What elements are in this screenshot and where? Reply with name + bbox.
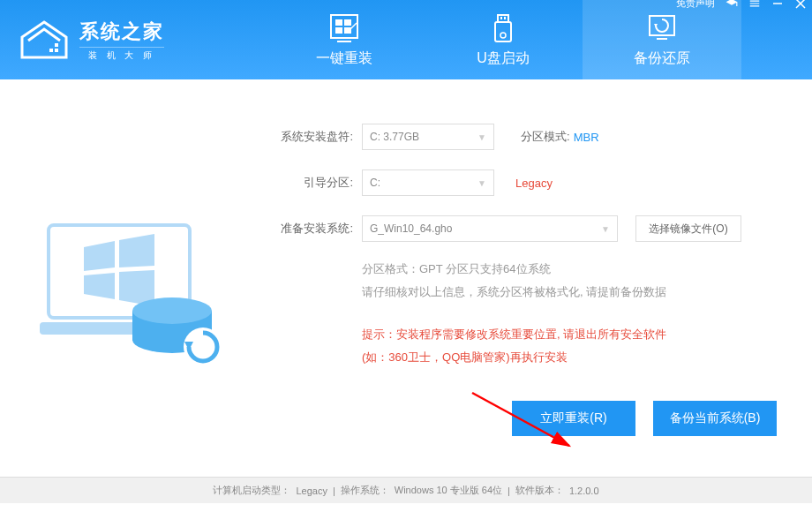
- close-button[interactable]: [794, 0, 807, 10]
- svg-marker-23: [84, 241, 115, 271]
- tab-backup[interactable]: 备份还原: [583, 0, 741, 79]
- svg-marker-25: [84, 273, 115, 299]
- disk-value: C: 3.77GB: [370, 131, 419, 143]
- svg-rect-14: [500, 17, 502, 19]
- header: 免责声明 系统之家 装 机 大 师: [0, 0, 812, 79]
- svg-rect-5: [55, 43, 58, 47]
- logo-subtitle: 装 机 大 师: [79, 47, 164, 62]
- tab-backup-label: 备份还原: [634, 49, 690, 68]
- svg-rect-4: [55, 49, 58, 52]
- boot-label: 引导分区:: [274, 175, 353, 191]
- chevron-down-icon: ▼: [601, 224, 610, 234]
- mode-label: 分区模式:: [521, 129, 570, 145]
- windows-reinstall-icon: [327, 12, 362, 44]
- status-os-label: 操作系统：: [341, 484, 389, 497]
- legacy-text: Legacy: [515, 177, 553, 190]
- tab-reinstall-label: 一键重装: [316, 49, 372, 68]
- minimize-button[interactable]: [771, 0, 784, 10]
- sys-value: G_Win10_64.gho: [370, 222, 452, 235]
- illustration: [26, 106, 238, 468]
- svg-rect-7: [335, 19, 342, 26]
- svg-marker-20: [654, 24, 658, 27]
- warning-line1: 提示：安装程序需要修改系统重要位置, 请退出所有安全软件: [362, 327, 786, 343]
- settings-icon[interactable]: [748, 0, 761, 10]
- logo-title: 系统之家: [79, 19, 164, 45]
- tabs: 一键重装 U盘启动 备份还原: [265, 0, 741, 79]
- status-ver-label: 软件版本：: [515, 484, 564, 497]
- svg-rect-3: [49, 49, 53, 52]
- form: 系统安装盘符: C: 3.77GB ▼ 分区模式: MBR 引导分区: C: ▼…: [238, 106, 786, 468]
- status-ver: 1.2.0.0: [569, 486, 599, 496]
- logo: 系统之家 装 机 大 师: [18, 18, 164, 62]
- disk-dropdown[interactable]: C: 3.77GB ▼: [362, 124, 494, 150]
- house-icon: [18, 18, 71, 62]
- status-boot-type: Legacy: [296, 486, 327, 496]
- chevron-down-icon: ▼: [477, 132, 486, 142]
- boot-dropdown[interactable]: C: ▼: [362, 169, 494, 196]
- tab-usb[interactable]: U盘启动: [424, 0, 583, 79]
- backup-button[interactable]: 备份当前系统(B): [653, 401, 777, 436]
- svg-rect-8: [344, 19, 351, 26]
- status-os: Windows 10 专业版 64位: [395, 484, 502, 497]
- choose-file-button[interactable]: 选择镜像文件(O): [635, 215, 741, 242]
- boot-value: C:: [370, 177, 380, 189]
- disk-label: 系统安装盘符:: [274, 129, 353, 145]
- backup-icon: [644, 12, 680, 44]
- svg-rect-13: [498, 15, 508, 22]
- status-boot-label: 计算机启动类型：: [213, 484, 290, 497]
- svg-point-29: [132, 297, 212, 324]
- tab-usb-label: U盘启动: [477, 49, 530, 68]
- warning-line2: (如：360卫士，QQ电脑管家)再执行安装: [362, 350, 786, 365]
- svg-point-17: [500, 33, 506, 38]
- reinstall-button[interactable]: 立即重装(R): [512, 401, 635, 436]
- mode-value: MBR: [574, 131, 599, 144]
- statusbar: 计算机启动类型： Legacy | 操作系统： Windows 10 专业版 6…: [0, 477, 812, 503]
- tab-reinstall[interactable]: 一键重装: [265, 0, 424, 79]
- svg-marker-24: [119, 234, 154, 267]
- svg-rect-15: [504, 17, 506, 19]
- svg-rect-10: [344, 27, 351, 34]
- sys-label: 准备安装系统:: [274, 221, 353, 237]
- usb-icon: [485, 12, 521, 44]
- info-backup: 请仔细核对以上信息，系统分区将被格式化, 请提前备份数据: [362, 284, 786, 300]
- chevron-down-icon: ▼: [477, 178, 486, 188]
- sys-dropdown[interactable]: G_Win10_64.gho ▼: [362, 215, 618, 242]
- info-gpt: 分区格式：GPT 分区只支持64位系统: [362, 261, 786, 277]
- svg-rect-9: [335, 27, 342, 34]
- content: 系统安装盘符: C: 3.77GB ▼ 分区模式: MBR 引导分区: C: ▼…: [0, 79, 812, 477]
- actions: 立即重装(R) 备份当前系统(B): [274, 401, 786, 436]
